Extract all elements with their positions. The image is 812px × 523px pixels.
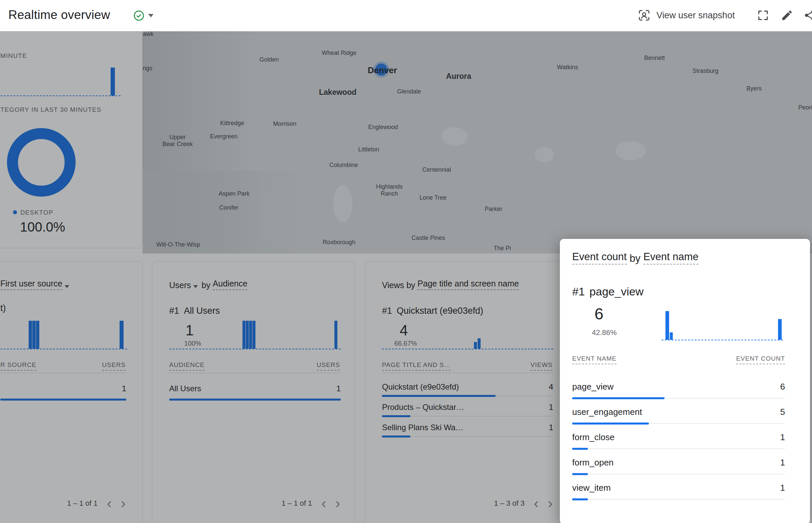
spark-bar [670, 332, 673, 340]
row-label: form_open [572, 457, 614, 468]
card-title: Event count by Event name [572, 251, 698, 265]
table-row: form_close1 [572, 425, 785, 450]
row-value: 1 [780, 457, 785, 468]
row-label: view_item [572, 483, 611, 493]
card-event-count: Event count by Event name #1page_view 6 … [560, 239, 810, 523]
rank-label: #1 [572, 285, 585, 298]
dimension-selector[interactable]: Event name [643, 251, 698, 265]
row-bar [572, 499, 588, 500]
big-metric-value: 6 [594, 305, 604, 323]
realtime-overview-page: awkngsGoldenWheat RidgeDenverAuroraWatki… [0, 0, 812, 523]
column-header-dimension: EVENT NAME [572, 355, 617, 364]
data-table: page_view6user_engagement5form_close1for… [572, 374, 785, 500]
fullscreen-button[interactable] [757, 9, 770, 22]
top-item-line: #1page_view [572, 285, 643, 298]
fullscreen-icon [757, 9, 770, 22]
view-user-snapshot-label: View user snapshot [656, 10, 735, 21]
status-badge[interactable] [133, 10, 154, 22]
title-joiner: by [627, 253, 643, 265]
row-value: 6 [780, 382, 785, 392]
spark-bar [666, 311, 669, 340]
row-value: 1 [780, 432, 785, 443]
table-row: form_open1 [572, 450, 785, 475]
spark-bar [778, 319, 782, 340]
row-bar-track [572, 499, 785, 500]
row-value: 1 [780, 483, 785, 493]
row-label: form_close [572, 432, 615, 443]
row-value: 5 [780, 407, 785, 417]
big-metric-percent: 42.86% [592, 328, 617, 337]
edit-button[interactable] [781, 9, 793, 22]
metric-selector[interactable]: Event count [572, 251, 627, 265]
view-user-snapshot-button[interactable]: View user snapshot [638, 9, 735, 22]
share-button[interactable] [804, 9, 812, 22]
row-label: user_engagement [572, 407, 642, 417]
top-item-name: page_view [589, 285, 644, 298]
page-title: Realtime overview [8, 8, 110, 22]
header-bar: Realtime overview View user snapshot [0, 0, 812, 31]
table-row: user_engagement5 [572, 399, 785, 425]
user-snapshot-icon [638, 9, 651, 22]
row-label: page_view [572, 382, 614, 392]
share-icon [804, 9, 812, 22]
table-row: view_item1 [572, 475, 785, 500]
edit-icon [781, 9, 793, 22]
table-row: page_view6 [572, 374, 785, 399]
column-header-metric: EVENT COUNT [736, 355, 785, 364]
check-circle-icon [133, 10, 145, 22]
sparkline-chart [661, 307, 783, 340]
chevron-down-icon [148, 14, 154, 17]
